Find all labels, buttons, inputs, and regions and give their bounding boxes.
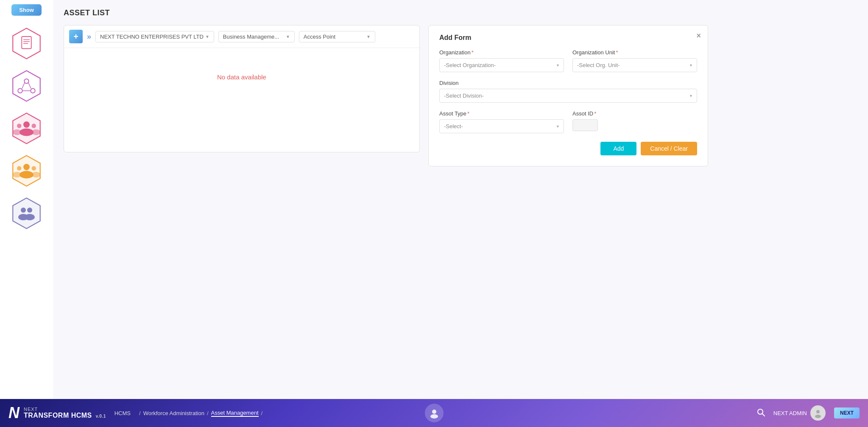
division-select-wrapper: -Select Division- [439, 89, 697, 103]
team-purple-hex-icon[interactable] [10, 196, 44, 230]
svg-point-27 [21, 208, 26, 213]
breadcrumb-sep1: / [139, 410, 141, 416]
main-content: ASSET LIST + » NEXT TECHNO ENTERPRISES P… [53, 0, 868, 402]
admin-section: NEXT ADMIN [773, 405, 826, 421]
access-point-arrow-icon: ▼ [366, 34, 371, 39]
panels-container: + » NEXT TECHNO ENTERPRISES PVT LTD ▼ Bu… [64, 25, 857, 166]
svg-line-34 [762, 414, 765, 416]
division-select[interactable]: -Select Division- [439, 89, 697, 103]
center-profile [425, 404, 444, 422]
page-title: ASSET LIST [64, 8, 857, 17]
brand-n-letter: N [8, 405, 20, 421]
asset-type-group: Assot Type* -Select- [439, 110, 564, 133]
sidebar: Show [0, 0, 53, 399]
close-form-button[interactable]: × [696, 31, 701, 40]
svg-point-36 [815, 415, 821, 418]
profile-circle-button[interactable] [425, 404, 444, 422]
division-dropdown[interactable]: Business Manageme... ▼ [218, 31, 295, 42]
org-unit-group: Organization Unit* -Select Org. Unit- [572, 49, 697, 72]
svg-point-31 [432, 410, 436, 414]
svg-marker-26 [13, 198, 40, 228]
access-point-dropdown[interactable]: Access Point ▼ [299, 31, 375, 42]
svg-point-8 [31, 88, 35, 93]
asset-list-toolbar: + » NEXT TECHNO ENTERPRISES PVT LTD ▼ Bu… [64, 25, 419, 48]
division-dropdown-value: Business Manageme... [223, 34, 279, 40]
organization-select[interactable]: -Select Organization- [439, 58, 564, 72]
svg-point-30 [25, 214, 35, 220]
division-group: Division -Select Division- [439, 80, 697, 103]
org-row: Organization* -Select Organization- Orga… [439, 49, 697, 72]
asset-id-input[interactable] [572, 119, 598, 131]
svg-marker-5 [13, 70, 40, 101]
brand-text: NEXT TRANSFORM HCMS v.0.1 [24, 407, 106, 419]
form-add-button[interactable]: Add [600, 142, 636, 155]
division-row: Division -Select Division- [439, 80, 697, 103]
show-button[interactable]: Show [11, 4, 42, 16]
no-data-message: No data available [64, 48, 419, 106]
breadcrumb-asset[interactable]: Asset Management [211, 410, 259, 417]
brand-next-label: NEXT [24, 407, 106, 412]
access-point-dropdown-value: Access Point [304, 34, 335, 40]
svg-point-6 [24, 79, 29, 84]
breadcrumb-sep2: / [207, 410, 209, 416]
svg-point-20 [23, 164, 30, 170]
organization-group: Organization* -Select Organization- [439, 49, 564, 72]
form-actions: Add Cancel / Clear [439, 142, 697, 155]
breadcrumb-sep3: / [261, 410, 263, 416]
add-asset-button[interactable]: + [69, 30, 83, 43]
org-unit-select-wrapper: -Select Org. Unit- [572, 58, 697, 72]
brand-logo: N NEXT TRANSFORM HCMS v.0.1 HCMS [8, 405, 131, 421]
asset-type-label: Assot Type* [439, 110, 564, 117]
asset-row: Assot Type* -Select- Assot ID* [439, 110, 697, 133]
org-dropdown[interactable]: NEXT TECHNO ENTERPRISES PVT LTD ▼ [95, 31, 214, 42]
org-unit-label: Organization Unit* [572, 49, 697, 56]
breadcrumb-workforce[interactable]: Workforce Administration [143, 410, 204, 416]
brand-transform-label: TRANSFORM HCMS v.0.1 [24, 412, 106, 419]
org-dropdown-arrow-icon: ▼ [205, 34, 209, 39]
svg-point-21 [20, 171, 33, 178]
bottom-bar: N NEXT TRANSFORM HCMS v.0.1 HCMS / Workf… [0, 399, 868, 427]
add-form-title: Add Form [439, 34, 697, 42]
asset-type-select[interactable]: -Select- [439, 119, 564, 133]
svg-line-9 [22, 83, 25, 89]
svg-point-23 [32, 166, 36, 171]
svg-point-13 [23, 121, 30, 128]
svg-point-32 [430, 414, 438, 419]
brand-hcms-label: HCMS [114, 410, 131, 416]
bottom-right-section: NEXT ADMIN NEXT [756, 405, 860, 421]
organization-select-wrapper: -Select Organization- [439, 58, 564, 72]
search-button[interactable] [756, 408, 765, 419]
organization-label: Organization* [439, 49, 564, 56]
chevron-right-icon: » [87, 32, 91, 41]
share-hex-icon[interactable] [10, 69, 44, 103]
asset-type-select-wrapper: -Select- [439, 119, 564, 133]
svg-point-35 [816, 410, 820, 413]
svg-point-28 [27, 208, 32, 213]
admin-avatar[interactable] [810, 405, 826, 421]
asset-id-label: Assot ID* [572, 110, 697, 117]
asset-id-group: Assot ID* [572, 110, 697, 133]
svg-point-22 [17, 166, 22, 171]
form-cancel-button[interactable]: Cancel / Clear [641, 142, 697, 155]
brand-version: v.0.1 [96, 414, 106, 419]
org-unit-select[interactable]: -Select Org. Unit- [572, 58, 697, 72]
document-hex-icon[interactable] [10, 26, 44, 60]
asset-list-panel: + » NEXT TECHNO ENTERPRISES PVT LTD ▼ Bu… [64, 25, 420, 152]
svg-point-33 [758, 409, 763, 414]
svg-point-14 [20, 128, 33, 136]
svg-point-18 [32, 129, 41, 135]
org-dropdown-value: NEXT TECHNO ENTERPRISES PVT LTD [100, 34, 204, 40]
svg-point-25 [32, 171, 41, 177]
division-label: Division [439, 80, 697, 86]
add-form-panel: Add Form × Organization* -Select Organiz… [428, 25, 708, 166]
svg-point-24 [13, 171, 22, 177]
admin-name: NEXT ADMIN [773, 410, 807, 416]
breadcrumb: / Workforce Administration / Asset Manag… [139, 410, 262, 417]
next-button[interactable]: NEXT [834, 407, 860, 419]
team-pink-hex-icon[interactable] [10, 111, 44, 145]
division-dropdown-arrow-icon: ▼ [286, 34, 290, 39]
svg-point-16 [32, 124, 36, 128]
team-orange-hex-icon[interactable] [10, 154, 44, 188]
svg-point-17 [13, 129, 22, 135]
svg-point-15 [17, 124, 22, 128]
